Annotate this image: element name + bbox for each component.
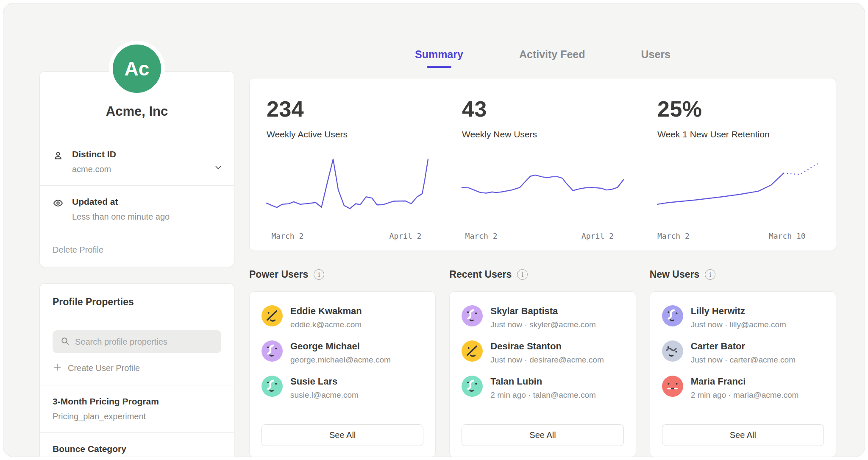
user-row[interactable]: Maria Franci2 min ago · maria@acme.com — [662, 376, 824, 400]
stat-label: Weekly New Users — [462, 129, 623, 139]
user-subtext: Just now · skyler@acme.com — [490, 320, 595, 329]
list-title: New Users — [650, 269, 700, 280]
user-name: George Michael — [290, 340, 391, 352]
stats-card: 234Weekly Active UsersMarch 2April 243We… — [249, 78, 836, 251]
user-row[interactable]: Susie Larssusie.l@acme.com — [262, 376, 423, 400]
user-lists-row: Power UsersiEddie Kwakmaneddie.k@acme.co… — [249, 269, 836, 457]
distinct-id-row: Distinct ID acme.com — [40, 138, 234, 185]
profile-dashboard: Ac Acme, Inc Distinct ID acme.com — [3, 3, 865, 457]
line-chart: March 2April 2 — [462, 154, 623, 240]
user-info: Talan Lubin2 min ago · talan@acme.com — [490, 376, 595, 400]
tab-summary[interactable]: Summary — [415, 48, 463, 68]
user-info: Eddie Kwakmaneddie.k@acme.com — [290, 305, 362, 329]
property-value: Pricing_plan_experiment — [53, 412, 221, 421]
updated-at-value: Less than one minute ago — [72, 212, 170, 222]
info-icon[interactable]: i — [314, 269, 324, 280]
user-subtext: eddie.k@acme.com — [290, 320, 362, 329]
squiggle-face-icon — [262, 340, 283, 362]
property-row[interactable]: Bounce Categoryinactive-mailbox — [40, 432, 234, 457]
person-icon — [53, 149, 64, 174]
user-name: Maria Franci — [691, 376, 799, 387]
window-frame: Ac Acme, Inc Distinct ID acme.com — [0, 0, 868, 460]
line-chart-svg — [462, 154, 623, 217]
org-name: Acme, Inc — [40, 104, 234, 138]
tab-label: Activity Feed — [519, 48, 585, 60]
profile-properties-search — [53, 330, 221, 353]
see-all-button[interactable]: See All — [262, 424, 423, 446]
squiggle-face-icon — [262, 376, 283, 397]
user-name: Susie Lars — [290, 376, 359, 387]
tab-bar: SummaryActivity FeedUsers — [249, 48, 836, 68]
tab-activity-feed[interactable]: Activity Feed — [519, 48, 585, 68]
list-header: Recent Usersi — [449, 269, 636, 280]
user-row[interactable]: Eddie Kwakmaneddie.k@acme.com — [262, 305, 423, 329]
profile-summary-card: Acme, Inc Distinct ID acme.com — [39, 71, 234, 267]
x-axis-ticks: March 2March 10 — [657, 226, 819, 240]
search-input[interactable] — [75, 337, 214, 347]
line-chart-svg — [657, 154, 819, 217]
user-row[interactable]: Skylar BaptistaJust now · skyler@acme.co… — [462, 305, 623, 329]
tab-users[interactable]: Users — [641, 48, 671, 68]
profile-properties-card: Profile Properties — [39, 283, 234, 457]
user-subtext: 2 min ago · talan@acme.com — [490, 390, 595, 400]
squiggle-face-icon — [662, 305, 683, 326]
x-axis-tick-label: April 2 — [389, 231, 422, 240]
sidebar: Ac Acme, Inc Distinct ID acme.com — [39, 3, 234, 457]
delete-profile-button[interactable]: Delete Profile — [40, 233, 234, 267]
wave-face-icon — [662, 340, 683, 362]
list-header: Power Usersi — [249, 269, 436, 280]
eye-icon — [53, 197, 64, 222]
info-icon[interactable]: i — [705, 269, 715, 280]
x-axis-tick-label: March 2 — [657, 231, 690, 240]
stat-panel: 25%Week 1 New User RetentionMarch 2March… — [640, 78, 836, 251]
user-name: Lilly Herwitz — [691, 305, 786, 317]
user-row[interactable]: Lilly HerwitzJust now · lilly@acme.com — [662, 305, 824, 329]
user-name: Carter Bator — [691, 340, 796, 352]
squiggle-face-icon — [462, 305, 483, 326]
user-list-card: Skylar BaptistaJust now · skyler@acme.co… — [449, 291, 636, 457]
user-row[interactable]: George Michaelgeorge.michael@acme.com — [262, 340, 423, 365]
list-title: Power Users — [249, 269, 308, 280]
list-header: New Usersi — [650, 269, 836, 280]
user-info: Maria Franci2 min ago · maria@acme.com — [691, 376, 799, 400]
see-all-button[interactable]: See All — [662, 424, 824, 446]
user-list-new-users: New UsersiLilly HerwitzJust now · lilly@… — [650, 269, 836, 457]
user-info: Susie Larssusie.l@acme.com — [290, 376, 359, 400]
property-label: 3-Month Pricing Program — [53, 396, 221, 407]
user-subtext: Just now · carter@acme.com — [691, 355, 796, 365]
user-name: Eddie Kwakman — [290, 305, 362, 317]
user-list-card: Lilly HerwitzJust now · lilly@acme.comCa… — [650, 291, 836, 457]
updated-at-label: Updated at — [72, 197, 170, 207]
x-axis-tick-label: April 2 — [581, 231, 614, 240]
property-row[interactable]: 3-Month Pricing ProgramPricing_plan_expe… — [40, 385, 234, 432]
user-row[interactable]: Carter BatorJust now · carter@acme.com — [662, 340, 824, 365]
user-info: Desirae StantonJust now · desirare@acme.… — [490, 340, 604, 365]
stat-value: 25% — [657, 96, 819, 122]
stat-label: Weekly Active Users — [267, 129, 428, 139]
create-user-profile-button[interactable]: Create User Profile — [53, 362, 221, 374]
wink-face-icon — [262, 305, 283, 326]
tab-active-underline — [643, 66, 668, 68]
user-row[interactable]: Talan Lubin2 min ago · talan@acme.com — [462, 376, 623, 400]
user-subtext: Just now · lilly@acme.com — [691, 320, 786, 329]
squiggle-face-icon — [462, 376, 483, 397]
profile-properties-title: Profile Properties — [40, 284, 234, 319]
tab-label: Summary — [415, 48, 463, 60]
user-subtext: Just now · desirare@acme.com — [490, 355, 604, 365]
x-axis-tick-label: March 2 — [465, 231, 498, 240]
tab-label: Users — [641, 48, 671, 60]
stat-label: Week 1 New User Retention — [657, 129, 819, 139]
x-axis-ticks: March 2April 2 — [462, 226, 623, 240]
user-list-recent-users: Recent UsersiSkylar BaptistaJust now · s… — [449, 269, 636, 457]
stat-value: 43 — [462, 96, 623, 122]
user-row[interactable]: Desirae StantonJust now · desirare@acme.… — [462, 340, 623, 365]
wink-face-icon — [462, 340, 483, 362]
stat-panel: 43Weekly New UsersMarch 2April 2 — [445, 78, 640, 251]
see-all-button[interactable]: See All — [462, 424, 623, 446]
tab-active-underline — [540, 66, 565, 68]
user-info: Carter BatorJust now · carter@acme.com — [691, 340, 796, 365]
info-icon[interactable]: i — [517, 269, 528, 280]
user-info: Lilly HerwitzJust now · lilly@acme.com — [691, 305, 786, 329]
distinct-id-value: acme.com — [72, 164, 116, 174]
chevron-down-icon[interactable] — [214, 163, 223, 174]
